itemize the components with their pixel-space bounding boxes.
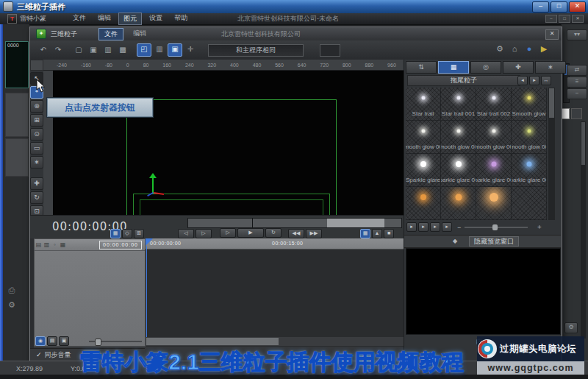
export-icon[interactable]: ▶: [537, 43, 551, 54]
snap-button[interactable]: ⊞: [134, 229, 144, 238]
ruler-origin-box[interactable]: [30, 60, 43, 71]
tab-library[interactable]: ▦: [438, 61, 469, 74]
gear-icon[interactable]: ⚙: [4, 300, 19, 310]
preset-scrollbar[interactable]: [548, 88, 555, 220]
rotate-tool[interactable]: ↻: [30, 191, 43, 204]
keyframe-button[interactable]: ◇: [122, 229, 132, 238]
clip-thumbnail[interactable]: 0000: [5, 41, 29, 88]
hide-preview-button[interactable]: 隐藏预览窗口: [469, 236, 519, 247]
play-start-button[interactable]: ▷: [220, 228, 236, 238]
sphere-icon[interactable]: ●: [523, 43, 536, 54]
menu-item[interactable]: 编辑: [93, 13, 115, 25]
prev-category-button[interactable]: ◂: [517, 76, 528, 85]
child-minimize-button[interactable]: –: [545, 15, 557, 23]
child-close-button[interactable]: ✕: [572, 15, 584, 23]
preset-item[interactable]: [406, 187, 441, 220]
next-page-button[interactable]: ▸: [430, 222, 440, 232]
line-emitter-tool[interactable]: ⊛: [30, 100, 43, 113]
coord-mode-dropdown[interactable]: 和主程序相同: [208, 44, 304, 57]
value-box[interactable]: [320, 44, 340, 57]
view-corner-button[interactable]: ◰: [137, 43, 151, 57]
next-frame-button[interactable]: ▷: [196, 229, 212, 238]
minus-button[interactable]: −: [567, 88, 587, 99]
safe-area-button[interactable]: ▦: [360, 229, 370, 238]
new-button[interactable]: ▢: [72, 44, 85, 56]
plugin-menu-tab[interactable]: 文件: [98, 28, 123, 40]
plane-emitter-tool[interactable]: ▭: [30, 142, 43, 155]
redo-button[interactable]: ↷: [51, 44, 65, 56]
save-button[interactable]: ▥: [101, 44, 115, 56]
undo-button[interactable]: ↶: [37, 44, 50, 56]
key-icon[interactable]: ◦: [51, 241, 59, 248]
layer-list-icon[interactable]: ▤: [35, 241, 43, 248]
preset-item[interactable]: Star trail 001: [441, 88, 476, 121]
tab-transform[interactable]: ✚: [503, 61, 534, 74]
open-button[interactable]: ▣: [87, 44, 100, 56]
layers-button[interactable]: ≡: [567, 77, 587, 88]
volume-slider[interactable]: [89, 341, 142, 342]
preset-item[interactable]: Star trail 002: [476, 88, 512, 121]
preset-item[interactable]: Sparkle glare 001: [441, 154, 476, 187]
play-button[interactable]: ▶: [237, 228, 264, 238]
monitor-button[interactable]: ▣: [59, 336, 69, 346]
audio-button[interactable]: ◉: [35, 336, 46, 346]
scrubber-thumb[interactable]: [327, 219, 384, 227]
box-emitter-tool[interactable]: ⊞: [30, 114, 43, 127]
preset-item[interactable]: Smooth glow 002: [441, 121, 476, 154]
preset-item[interactable]: Smooth glow 004: [512, 121, 547, 154]
left-scroll-strip[interactable]: [0, 24, 3, 361]
home-icon[interactable]: ⌂: [508, 43, 521, 54]
printer-icon[interactable]: ⎙: [4, 286, 19, 295]
plugin-close-button[interactable]: ✕: [545, 29, 559, 40]
menu-item[interactable]: 设置: [145, 13, 167, 25]
clip-slot[interactable]: [5, 93, 29, 137]
settings-button[interactable]: ⚙: [564, 322, 578, 333]
grid-icon[interactable]: ▦: [59, 241, 67, 248]
child-restore-button[interactable]: □: [559, 15, 570, 23]
preset-item[interactable]: Star trail: [406, 88, 441, 121]
prev-page-button[interactable]: ▸: [418, 222, 429, 232]
preset-item[interactable]: Sparkle glare 002: [476, 154, 512, 187]
preset-item[interactable]: [441, 187, 476, 220]
first-page-button[interactable]: ▸: [406, 222, 417, 232]
tab-emitter[interactable]: ⇅: [406, 61, 437, 74]
viewport[interactable]: [53, 71, 404, 215]
import-button[interactable]: ▩: [116, 44, 129, 56]
color-swatch-secondary[interactable]: [571, 108, 582, 119]
thumb-size-slider[interactable]: [465, 227, 528, 228]
marker-button[interactable]: ▦: [110, 229, 121, 238]
spray-emitter-tool[interactable]: ∗: [30, 156, 43, 169]
scrubber-playhead[interactable]: [252, 218, 253, 227]
next-category-button[interactable]: ▸: [529, 76, 539, 85]
expand-button[interactable]: ↔: [541, 76, 551, 85]
mute-button[interactable]: ▤: [47, 336, 57, 346]
zoom-out-icon[interactable]: −: [457, 224, 461, 231]
collapse-button[interactable]: ▲: [372, 229, 382, 238]
preset-item[interactable]: Smooth glow: [512, 88, 547, 121]
scrubber-bar[interactable]: [187, 218, 402, 228]
stop-button[interactable]: ■: [384, 229, 394, 238]
tab-material[interactable]: ◎: [470, 61, 501, 74]
loop-button[interactable]: ↻: [265, 228, 282, 238]
menu-item[interactable]: 图元: [118, 13, 142, 25]
menu-item[interactable]: 帮助: [170, 13, 192, 25]
apply-preset-button[interactable]: ▸: [442, 222, 452, 232]
plugin-menu-tab[interactable]: 编辑: [128, 28, 151, 40]
view-bars-button[interactable]: ▥: [153, 43, 166, 55]
preset-item[interactable]: Sparkle glare 003: [512, 154, 547, 187]
go-end-button[interactable]: ▶▶: [306, 229, 322, 238]
minimize-button[interactable]: –: [532, 1, 549, 13]
move-tool[interactable]: ✚: [30, 177, 43, 190]
panel-dock-button[interactable]: ▾▾: [567, 29, 587, 40]
preset-category-dropdown[interactable]: 拖尾粒子: [407, 75, 520, 86]
checkbox-check-icon[interactable]: ✓: [36, 351, 42, 358]
preset-item[interactable]: [512, 187, 547, 220]
tab-render[interactable]: ∗: [535, 61, 566, 74]
swap-button[interactable]: ⇄: [567, 65, 587, 76]
sphere-emitter-tool[interactable]: ⊙: [30, 128, 43, 141]
clip-slot[interactable]: [5, 138, 29, 177]
view-cross-button[interactable]: ✛: [184, 43, 197, 55]
timeline-playhead[interactable]: [146, 238, 153, 246]
preset-item[interactable]: [476, 187, 512, 220]
menu-item[interactable]: 文件: [68, 13, 90, 25]
